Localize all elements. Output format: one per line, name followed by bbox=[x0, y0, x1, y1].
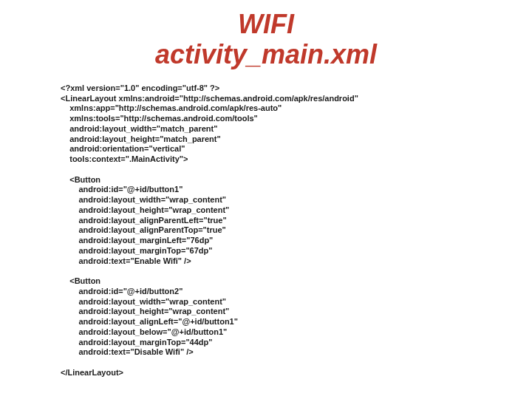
slide-title: WIFI activity_main.xml bbox=[0, 9, 532, 70]
title-line-2: activity_main.xml bbox=[0, 39, 532, 69]
slide: WIFI activity_main.xml <?xml version="1.… bbox=[0, 0, 532, 399]
title-line-1: WIFI bbox=[0, 9, 532, 39]
xml-code-block: <?xml version="1.0" encoding="utf-8" ?> … bbox=[61, 83, 532, 378]
